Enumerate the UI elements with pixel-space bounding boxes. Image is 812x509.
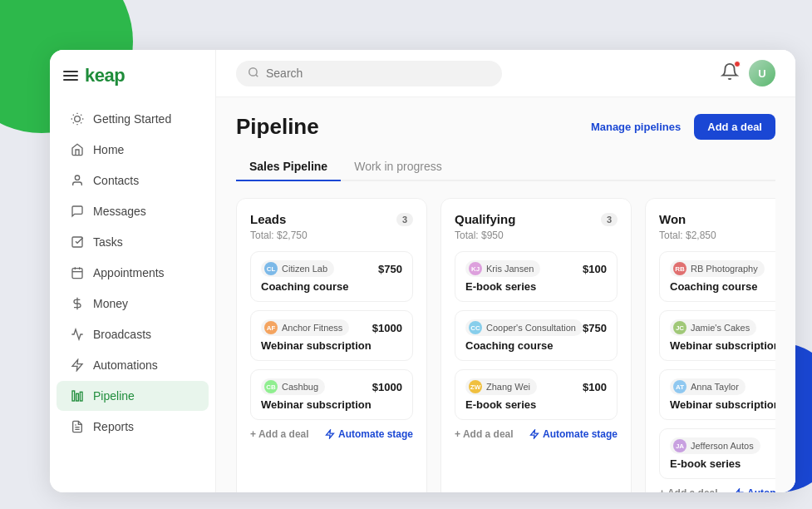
- column-title-leads: Leads: [250, 212, 286, 226]
- sidebar-item-reports-label: Reports: [93, 420, 134, 433]
- deal-name: Coaching course: [261, 280, 402, 293]
- contacts-icon: [70, 173, 85, 188]
- sidebar-item-appointments[interactable]: Appointments: [57, 258, 209, 288]
- search-bar[interactable]: [236, 61, 502, 86]
- sun-icon: [70, 111, 85, 126]
- deal-tag-label: Cooper's Consultation: [486, 323, 576, 333]
- tab-work-in-progress[interactable]: Work in progress: [341, 153, 455, 181]
- deal-card[interactable]: CL Citizen Lab $750 Coaching course: [250, 251, 413, 302]
- add-deal-link-won[interactable]: + Add a deal: [659, 487, 718, 492]
- sidebar-item-pipeline[interactable]: Pipeline: [57, 381, 209, 411]
- deal-tag-avatar: CB: [264, 380, 278, 393]
- deal-card[interactable]: JC Jamie's Cakes $1000 Webinar subscript…: [659, 310, 775, 361]
- deal-card-top: JA Jefferson Autos $100: [670, 437, 775, 454]
- deal-card-top: AF Anchor Fitness $1000: [261, 319, 402, 336]
- logo-text: keap: [85, 65, 125, 86]
- deal-tag: AT Anna Taylor: [670, 378, 746, 395]
- sidebar-item-contacts[interactable]: Contacts: [57, 166, 209, 195]
- top-bar-right: U: [721, 60, 775, 86]
- column-footer-qualifying: + Add a deal Automate stage: [455, 428, 618, 440]
- main-content: U Pipeline Manage pipelines Add a deal S…: [216, 50, 795, 492]
- automate-link-leads[interactable]: Automate stage: [325, 428, 413, 440]
- sidebar-item-reports[interactable]: Reports: [57, 412, 209, 442]
- add-deal-button[interactable]: Add a deal: [694, 114, 775, 140]
- search-icon: [248, 67, 259, 81]
- tab-sales-pipeline[interactable]: Sales Pipeline: [236, 153, 341, 181]
- deal-tag-label: Zhang Wei: [486, 382, 530, 392]
- deal-tag-label: Jefferson Autos: [691, 441, 754, 451]
- deal-tag-avatar: RB: [673, 262, 687, 275]
- hamburger-icon[interactable]: [63, 71, 78, 81]
- automate-label-won: Automate stage: [747, 487, 775, 492]
- deal-tag-label: Anna Taylor: [691, 382, 739, 392]
- svg-line-3: [73, 115, 74, 116]
- svg-rect-10: [72, 237, 82, 247]
- sidebar-item-getting-started-label: Getting Started: [93, 112, 171, 126]
- column-total-qualifying: Total: $950: [455, 230, 618, 241]
- deal-card-top: CB Cashbug $1000: [261, 378, 402, 395]
- deal-card[interactable]: AF Anchor Fitness $1000 Webinar subscrip…: [250, 310, 413, 361]
- deal-tag-label: Jamie's Cakes: [691, 323, 750, 333]
- sidebar-item-getting-started[interactable]: Getting Started: [57, 104, 209, 134]
- sidebar-item-broadcasts-label: Broadcasts: [93, 328, 151, 341]
- add-deal-link-qualifying[interactable]: + Add a deal: [455, 428, 514, 440]
- deal-card[interactable]: CC Cooper's Consultation $750 Coaching c…: [455, 310, 618, 361]
- deal-card[interactable]: AT Anna Taylor $1000 Webinar subscriptio…: [659, 369, 775, 420]
- deal-name: E-book series: [670, 457, 775, 470]
- deal-name: Coaching course: [465, 339, 607, 352]
- deal-card[interactable]: CB Cashbug $1000 Webinar subscription: [250, 369, 413, 420]
- svg-marker-24: [326, 430, 333, 438]
- sidebar-item-money-label: Money: [93, 297, 128, 310]
- deal-card-top: CL Citizen Lab $750: [261, 260, 402, 277]
- deal-card[interactable]: JA Jefferson Autos $100 E-book series: [659, 428, 775, 479]
- deal-card[interactable]: ZW Zhang Wei $100 E-book series: [455, 369, 618, 420]
- automate-link-won[interactable]: Automate stage: [734, 487, 775, 492]
- deal-amount: $100: [583, 263, 607, 275]
- search-input[interactable]: [266, 67, 490, 80]
- deal-tag: KJ Kris Jansen: [465, 260, 540, 277]
- svg-marker-16: [72, 359, 82, 370]
- pipeline-icon: [70, 388, 85, 403]
- deal-tag: CL Citizen Lab: [261, 260, 334, 277]
- svg-line-23: [256, 74, 258, 77]
- deal-tag: JC Jamie's Cakes: [670, 319, 756, 336]
- avatar[interactable]: U: [749, 60, 775, 86]
- pipeline-column-leads: Leads 3 Total: $2,750 CL Citizen Lab $75…: [236, 198, 427, 492]
- sidebar-item-money[interactable]: Money: [57, 289, 209, 319]
- sidebar-item-automations[interactable]: Automations: [57, 350, 209, 380]
- svg-point-0: [75, 116, 81, 122]
- broadcasts-icon: [70, 327, 85, 342]
- column-title-won: Won: [659, 212, 686, 226]
- svg-line-8: [81, 115, 81, 116]
- deal-tag-label: Citizen Lab: [282, 264, 327, 274]
- svg-rect-19: [80, 392, 82, 401]
- deal-card-top: JC Jamie's Cakes $1000: [670, 319, 775, 336]
- automate-link-qualifying[interactable]: Automate stage: [529, 428, 618, 440]
- sidebar-item-appointments-label: Appointments: [93, 266, 165, 279]
- deal-card[interactable]: RB RB Photography $750 Coaching course: [659, 251, 775, 302]
- svg-marker-25: [530, 430, 538, 438]
- deal-card[interactable]: KJ Kris Jansen $100 E-book series: [455, 251, 618, 302]
- deal-tag-label: Cashbug: [282, 382, 318, 392]
- messages-icon: [70, 204, 85, 219]
- sidebar-item-pipeline-label: Pipeline: [93, 389, 135, 403]
- add-deal-link-leads[interactable]: + Add a deal: [250, 428, 309, 440]
- sidebar-item-tasks[interactable]: Tasks: [57, 227, 209, 257]
- manage-pipelines-button[interactable]: Manage pipelines: [591, 121, 681, 133]
- deal-amount: $750: [378, 263, 402, 275]
- sidebar-item-messages[interactable]: Messages: [57, 196, 209, 226]
- deal-tag: AF Anchor Fitness: [261, 319, 349, 336]
- sidebar-item-home[interactable]: Home: [57, 135, 209, 165]
- notification-bell[interactable]: [721, 62, 739, 84]
- sidebar-item-broadcasts[interactable]: Broadcasts: [57, 319, 209, 349]
- deal-amount: $750: [583, 322, 607, 334]
- column-badge-qualifying: 3: [601, 213, 618, 226]
- svg-line-4: [81, 122, 81, 123]
- pipeline-actions: Manage pipelines Add a deal: [591, 114, 775, 140]
- deal-name: Webinar subscription: [261, 339, 402, 352]
- deal-amount: $1000: [372, 381, 402, 393]
- deal-card-top: RB RB Photography $750: [670, 260, 775, 277]
- pipeline-header: Pipeline Manage pipelines Add a deal: [236, 114, 775, 140]
- deal-tag: ZW Zhang Wei: [465, 378, 537, 395]
- automate-label-leads: Automate stage: [338, 428, 413, 440]
